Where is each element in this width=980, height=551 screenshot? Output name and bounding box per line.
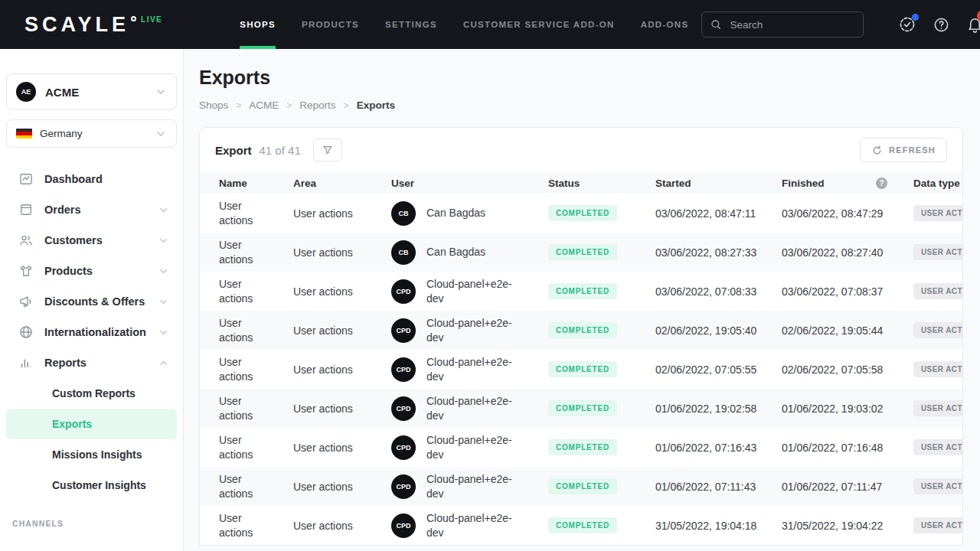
export-name: User actions [219,277,266,306]
finished-help-icon[interactable] [876,178,887,189]
shop-selector[interactable]: AE ACME [6,73,177,110]
export-started: 02/06/2022, 19:05:40 [655,324,782,337]
table-row[interactable]: User actions User actions CB Can Bagdas … [200,194,963,233]
export-user: CB Can Bagdas [391,240,548,265]
breadcrumb-reports[interactable]: Reports [299,99,335,111]
export-finished: 01/06/2022, 07:16:48 [782,442,913,454]
sidebar-subitem-missions-insights[interactable]: Missions Insights [6,439,177,470]
export-started: 03/06/2022, 08:47:11 [655,207,782,220]
chevron-down-icon [158,204,169,216]
column-header-area: Area [293,178,391,189]
dashboard-icon [18,171,34,187]
table-row[interactable]: User actions User actions CPD Cloud-pane… [200,272,963,311]
filter-button[interactable] [313,139,342,161]
table-row[interactable]: User actions User actions CPD Cloud-pane… [200,311,963,350]
topnav-customer-service-add-on[interactable]: CUSTOMER SERVICE ADD-ON [450,0,628,49]
submenu-label: Missions Insights [52,448,142,461]
column-header-data-type: Data type [913,178,963,189]
sidebar-menu: Dashboard Orders Customers [0,164,183,528]
breadcrumb-separator: > [236,100,241,111]
export-started: 31/05/2022, 19:04:18 [655,520,782,532]
chevron-down-icon [158,266,169,277]
search-box[interactable] [701,11,864,37]
chevron-down-icon [155,128,167,140]
sidebar-item-dashboard[interactable]: Dashboard [0,164,183,194]
exports-table: Name Area User Status Started Finished D… [200,172,963,545]
sidebar-item-label: Reports [44,357,87,369]
export-name: User actions [219,355,266,384]
sidebar-item-orders[interactable]: Orders [0,194,183,225]
chevron-up-icon [158,357,169,369]
breadcrumb: Shops > ACME > Reports > Exports [199,99,980,111]
export-status: COMPLETED [548,244,655,260]
table-row[interactable]: User actions User actions CPD Cloud-pane… [200,389,963,428]
refresh-button[interactable]: REFRESH [860,138,947,162]
sidebar-item-products[interactable]: Products [0,256,183,286]
table-row[interactable]: User actions User actions CPD Cloud-pane… [200,467,963,506]
scayle-logo: SCAYLE LIVE [24,13,162,36]
chevron-down-icon [158,296,169,308]
export-user: CPD Cloud-panel+e2e-dev [391,316,548,345]
country-name: Germany [40,128,83,139]
export-finished: 03/06/2022, 07:08:37 [782,285,913,298]
user-avatar: CPD [391,514,416,538]
sidebar-subitem-exports[interactable]: Exports [6,409,177,439]
megaphone-icon [18,294,34,309]
table-row[interactable]: User actions User actions CB Can Bagdas … [200,233,963,272]
breadcrumb-acme[interactable]: ACME [249,99,279,111]
notifications-bell-icon[interactable]: 1 [966,16,980,34]
sidebar-item-customers[interactable]: Customers [0,225,183,256]
sidebar-item-reports[interactable]: Reports [0,347,183,378]
export-status: COMPLETED [548,205,655,221]
shop-name: ACME [45,86,79,99]
topnav-products[interactable]: PRODUCTS [289,0,372,49]
sidebar-subitem-customer-insights[interactable]: Customer Insights [6,470,177,500]
topnav-add-ons[interactable]: ADD-ONS [628,0,702,49]
topnav-shops[interactable]: SHOPS [227,0,289,49]
channels-section-label: CHANNELS [0,519,183,528]
table-row[interactable]: User actions User actions CPD Cloud-pane… [200,506,963,545]
help-icon[interactable] [933,16,950,34]
country-selector[interactable]: Germany [6,119,177,148]
search-input[interactable] [728,18,855,31]
export-status: COMPLETED [548,400,655,416]
data-type-badge: USER ACTION [913,400,963,416]
status-badge: COMPLETED [548,517,617,533]
topnav-settings[interactable]: SETTINGS [372,0,450,49]
export-finished: 31/05/2022, 19:04:22 [782,520,913,532]
search-icon [710,18,722,31]
user-avatar: CPD [391,474,416,499]
export-started: 01/06/2022, 07:11:43 [655,481,782,493]
data-type-badge: USER ACTION [913,322,963,338]
export-user: CPD Cloud-panel+e2e-dev [391,394,548,423]
export-status: COMPLETED [548,361,655,377]
export-data-type: USER ACTION [913,478,963,494]
data-type-badge: USER ACTION [913,205,963,221]
export-data-type: USER ACTION [913,439,963,455]
table-header-row: Name Area User Status Started Finished D… [200,172,963,194]
user-name: Cloud-panel+e2e-dev [426,394,512,423]
export-finished: 02/06/2022, 19:05:44 [782,324,913,337]
sidebar-item-internationalization[interactable]: Internationalization [0,317,183,347]
table-row[interactable]: User actions User actions CPD Cloud-pane… [200,350,963,389]
column-header-status: Status [548,178,655,189]
user-name: Cloud-panel+e2e-dev [426,511,512,540]
sidebar-item-discounts-offers[interactable]: Discounts & Offers [0,286,183,317]
user-name: Can Bagdas [426,245,512,259]
export-user: CPD Cloud-panel+e2e-dev [391,433,548,462]
user-name: Cloud-panel+e2e-dev [426,277,512,306]
column-header-name: Name [219,176,293,191]
globe-icon [18,324,34,340]
sidebar-subitem-custom-reports[interactable]: Custom Reports [6,378,177,409]
sidebar-item-label: Dashboard [44,173,103,185]
export-status: COMPLETED [548,322,655,338]
breadcrumb-shops[interactable]: Shops [199,99,228,111]
submenu-label: Custom Reports [52,387,136,399]
table-row[interactable]: User actions User actions CPD Cloud-pane… [200,428,963,467]
user-avatar: CPD [391,357,416,382]
export-started: 01/06/2022, 19:02:58 [655,403,782,415]
table-body: User actions User actions CB Can Bagdas … [200,194,963,545]
export-started: 03/06/2022, 08:27:33 [655,246,782,259]
tasks-status-icon[interactable] [898,15,916,34]
funnel-icon [322,144,334,156]
